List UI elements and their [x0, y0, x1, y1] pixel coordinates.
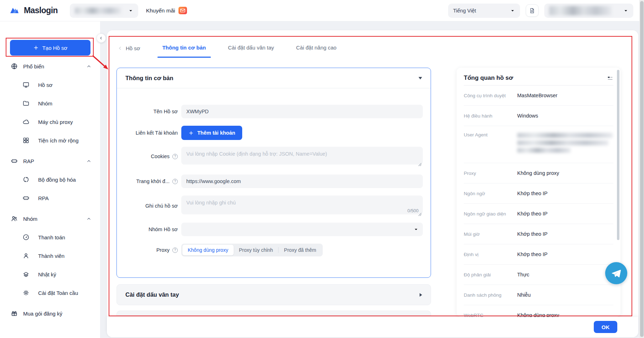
sidebar-item-rpa[interactable]: RPA [0, 189, 100, 207]
back-label: Hồ sơ [126, 45, 140, 51]
monitor-icon [22, 81, 30, 88]
folder-icon [22, 100, 30, 107]
proxy-segmented-control: Không dùng proxy Proxy tùy chỉnh Proxy đ… [181, 244, 323, 256]
back-to-profiles[interactable]: Hồ sơ [118, 45, 140, 51]
chevron-up-icon [86, 64, 92, 69]
plus-icon [33, 45, 39, 51]
extensions-grid-icon [22, 137, 30, 144]
telegram-plane-icon [611, 268, 622, 279]
overview-row: Độ phân giải Thực [464, 265, 613, 285]
page-scrollbar[interactable] [639, 0, 644, 338]
note-textarea[interactable] [181, 196, 423, 214]
basic-info-header[interactable]: Thông tin cơ bản [117, 68, 431, 88]
promo-link[interactable]: Khuyến mãi [146, 7, 187, 14]
sidebar-item-nhat-ky[interactable]: Nhật ký [0, 265, 100, 284]
help-icon[interactable]: ? [172, 179, 178, 184]
ok-button[interactable]: OK [594, 321, 617, 333]
row-value: Nhiễu [517, 292, 531, 298]
item-label: Tiện ích mở rộng [38, 137, 79, 144]
docs-button[interactable] [526, 4, 539, 17]
profile-group-select[interactable] [181, 223, 423, 236]
section-label: Phổ biến [23, 63, 81, 69]
sidebar-item-thanh-toan[interactable]: Thanh toán [0, 228, 100, 246]
panel-options-icon[interactable] [607, 75, 613, 82]
sidebar-item-nhom[interactable]: Nhóm [0, 94, 100, 113]
sidebar-item-bo-dong-bo-hoa[interactable]: Bộ đồng bộ hóa [0, 170, 100, 189]
section-label: RAP [23, 158, 81, 164]
cookies-row: Cookies ? [117, 147, 423, 166]
profile-name-input[interactable] [181, 105, 423, 118]
sidebar-section-rap[interactable]: RAP [0, 152, 100, 170]
proxy-row: Proxy ? Không dùng proxy Proxy tùy chỉnh… [117, 244, 423, 256]
layers-icon [22, 271, 30, 278]
sync-icon [22, 176, 30, 183]
tab-cai-dat-dau-van-tay[interactable]: Cài đặt dấu vân tay [228, 45, 274, 52]
cookies-textarea[interactable] [181, 147, 423, 165]
start-page-input[interactable] [181, 175, 423, 188]
item-label: RPA [38, 195, 49, 201]
sidebar-item-ho-so[interactable]: Hồ sơ [0, 76, 100, 94]
row-label: Ngôn ngữ giao diện [464, 211, 517, 217]
telegram-button[interactable] [605, 262, 627, 284]
language-selector[interactable]: Tiếng Việt [448, 4, 520, 18]
gift-icon [11, 310, 18, 317]
row-value: Khớp theo IP [517, 191, 547, 196]
advanced-accordion-partial[interactable] [116, 311, 431, 316]
overview-row: Múi giờ Khớp theo IP [464, 224, 613, 244]
sidebar-section-nhom[interactable]: Nhóm [0, 209, 100, 228]
account-menu[interactable] [544, 4, 633, 18]
overview-title: Tổng quan hồ sơ [464, 74, 513, 82]
plus-icon [188, 130, 194, 136]
cookies-label: Cookies [151, 154, 170, 159]
sidebar-item-mua-goi-dang-ky[interactable]: Mua gói đăng ký [0, 304, 100, 323]
add-account-button[interactable]: Thêm tài khoản [181, 126, 242, 140]
document-icon [529, 7, 535, 14]
sidebar-collapse-button[interactable] [97, 33, 106, 43]
promo-envelope-icon [178, 7, 187, 14]
chevron-down-icon [623, 8, 628, 13]
profile-name-row: Tên Hồ sơ [117, 105, 423, 118]
proxy-option-none[interactable]: Không dùng proxy [182, 245, 234, 255]
redacted-account-name [549, 6, 612, 15]
help-icon[interactable]: ? [172, 248, 178, 253]
create-profile-button[interactable]: Tạo Hồ sơ [10, 40, 90, 56]
resize-grip-icon[interactable] [418, 161, 422, 165]
tab-cai-dat-nang-cao[interactable]: Cài đặt nâng cao [296, 45, 336, 52]
sidebar-item-tien-ich-mo-rong[interactable]: Tiện ích mở rộng [0, 131, 100, 150]
main-content: Hồ sơ Thông tin cơ bản Cài đặt dấu vân t… [107, 30, 638, 337]
overview-row-user-agent: User Agent [464, 126, 613, 163]
fingerprint-accordion[interactable]: Cài đặt dấu vân tay [116, 284, 431, 305]
sidebar: Tạo Hồ sơ Phổ biến Hồ sơ Nhóm Máy chủ pr… [0, 21, 100, 338]
proxy-option-custom[interactable]: Proxy tùy chỉnh [234, 245, 279, 255]
row-label: Ngôn ngữ [464, 191, 517, 196]
redacted-workspace-name [75, 7, 121, 14]
proxy-option-saved[interactable]: Proxy đã thêm [279, 245, 321, 255]
cloud-icon [22, 118, 30, 125]
person-icon [22, 252, 30, 259]
chevron-left-icon [118, 46, 123, 51]
workspace-selector[interactable] [70, 4, 138, 18]
create-profile-label: Tạo Hồ sơ [42, 45, 68, 51]
app-logo[interactable]: Maslogin [10, 6, 58, 15]
help-icon[interactable]: ? [172, 154, 178, 159]
start-page-row: Trang khởi đ... ? [117, 175, 423, 188]
overview-row: Ngôn ngữ giao diện Khớp theo IP [464, 204, 613, 224]
sidebar-item-may-chu-proxy[interactable]: Máy chủ proxy [0, 113, 100, 131]
row-value: Không dùng proxy [517, 170, 559, 176]
panel-scrollbar[interactable] [617, 70, 619, 240]
sidebar-section-pho-bien[interactable]: Phổ biến [0, 57, 100, 76]
language-selected: Tiếng Việt [453, 8, 476, 14]
sidebar-item-cai-dat-toan-cau[interactable]: Cài đặt Toàn cầu [0, 284, 100, 302]
item-label: Hồ sơ [38, 82, 53, 88]
resize-grip-icon[interactable] [418, 211, 422, 215]
gear-icon [22, 289, 30, 296]
row-value: Windows [517, 113, 538, 119]
note-row: Ghi chú hồ sơ 0/500 [117, 196, 423, 216]
sidebar-item-thanh-vien[interactable]: Thành viên [0, 246, 100, 265]
scrollbar-thumb[interactable] [640, 1, 644, 337]
row-label: Công cụ trình duyệt [464, 93, 517, 98]
tab-thong-tin-co-ban[interactable]: Thông tin cơ bản [162, 45, 206, 52]
item-label: Cài đặt Toàn cầu [38, 290, 78, 296]
section-label: Nhóm [23, 216, 81, 222]
maslogin-logo-icon [10, 6, 21, 15]
